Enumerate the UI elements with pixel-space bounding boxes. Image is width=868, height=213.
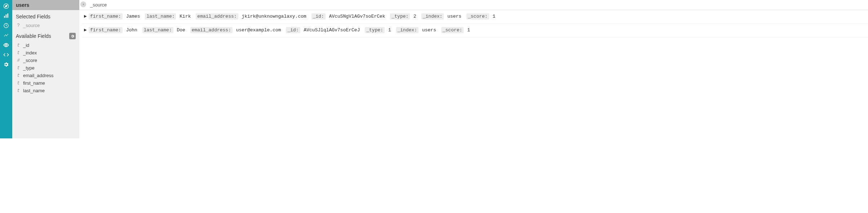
document-row: ▶first_name: John last_name: Doe email_a… — [82, 24, 868, 37]
document-source: first_name: James last_name: Kirk email_… — [89, 13, 864, 21]
field-name: _score — [23, 58, 37, 63]
collapse-sidebar-icon[interactable] — [80, 1, 86, 7]
svg-rect-3 — [6, 14, 7, 18]
field-type-icon: t — [16, 50, 21, 56]
field-key: _id: — [286, 27, 300, 33]
field-type-icon: ? — [16, 23, 21, 28]
field-type-icon: # — [16, 58, 21, 63]
field-key: first_name: — [89, 27, 123, 33]
field-filter-gear-icon[interactable] — [69, 33, 76, 39]
field-name: email_address — [23, 73, 54, 78]
field-value: 1 — [388, 27, 391, 33]
field-name: _source — [23, 23, 40, 28]
available-fields-title: Available Fields — [16, 33, 51, 39]
field-value: John — [126, 27, 137, 33]
field-value: users — [422, 27, 436, 33]
available-field-item[interactable]: t_id — [12, 41, 79, 49]
sense-icon[interactable] — [0, 40, 12, 50]
fields-panel: users Selected Fields ?_source Available… — [12, 0, 79, 138]
field-key: _score: — [441, 27, 464, 33]
available-field-item[interactable]: t_index — [12, 49, 79, 57]
index-pattern-header[interactable]: users — [12, 0, 79, 10]
selected-field-item[interactable]: ?_source — [12, 22, 79, 29]
available-field-item[interactable]: #_score — [12, 57, 79, 64]
available-field-item[interactable]: tlast_name — [12, 87, 79, 94]
field-key: last_name: — [145, 13, 176, 19]
field-key: _type: — [365, 27, 385, 33]
nav-rail — [0, 0, 12, 138]
field-type-icon: t — [16, 81, 21, 86]
field-name: _index — [23, 50, 37, 56]
svg-rect-4 — [7, 13, 8, 18]
field-key: email_address: — [196, 13, 238, 19]
discover-icon[interactable] — [0, 1, 12, 11]
visualize-icon[interactable] — [0, 11, 12, 21]
field-type-icon: t — [16, 66, 21, 71]
selected-fields-title: Selected Fields — [12, 10, 79, 22]
column-header-source[interactable]: _source — [79, 0, 868, 10]
field-type-icon: t — [16, 73, 21, 78]
expand-row-icon[interactable]: ▶ — [82, 27, 89, 32]
field-key: _index: — [421, 13, 444, 19]
svg-rect-2 — [4, 16, 5, 18]
available-field-item[interactable]: t_type — [12, 64, 79, 72]
field-name: first_name — [23, 80, 45, 86]
field-value: 2 — [413, 14, 416, 19]
field-value: James — [126, 14, 140, 19]
field-key: last_name: — [142, 27, 173, 33]
devtools-icon[interactable] — [0, 50, 12, 59]
field-key: _id: — [311, 13, 326, 19]
field-name: _id — [23, 43, 29, 48]
field-value: AVcuSNgVlAGv7soErCek — [329, 14, 385, 19]
field-key: email_address: — [190, 27, 232, 33]
field-type-icon: t — [16, 88, 21, 93]
management-icon[interactable] — [0, 59, 12, 69]
svg-point-10 — [5, 44, 7, 46]
field-value: AVcuSJlqlAGv7soErCeJ — [304, 27, 360, 33]
field-name: last_name — [23, 88, 45, 93]
field-value: user@example.com — [236, 27, 281, 33]
field-value: users — [447, 14, 461, 19]
field-value: 1 — [467, 27, 470, 33]
field-type-icon: t — [16, 43, 21, 48]
main-area: _source ▶first_name: James last_name: Ki… — [79, 0, 868, 138]
field-key: first_name: — [89, 13, 123, 19]
available-field-item[interactable]: temail_address — [12, 72, 79, 79]
field-key: _index: — [396, 27, 419, 33]
field-name: _type — [23, 65, 35, 71]
document-source: first_name: John last_name: Doe email_ad… — [89, 27, 864, 34]
field-value: Doe — [177, 27, 185, 33]
document-row: ▶first_name: James last_name: Kirk email… — [82, 10, 868, 24]
field-key: _type: — [390, 13, 410, 19]
field-value: Kirk — [180, 14, 191, 19]
field-key: _score: — [466, 13, 489, 19]
timelion-icon[interactable] — [0, 30, 12, 40]
svg-marker-1 — [5, 5, 7, 7]
field-value: 1 — [492, 14, 495, 19]
expand-row-icon[interactable]: ▶ — [82, 13, 89, 18]
field-value: jkirk@unknowngalaxy.com — [242, 14, 306, 19]
available-field-item[interactable]: tfirst_name — [12, 79, 79, 87]
dashboard-icon[interactable] — [0, 21, 12, 30]
